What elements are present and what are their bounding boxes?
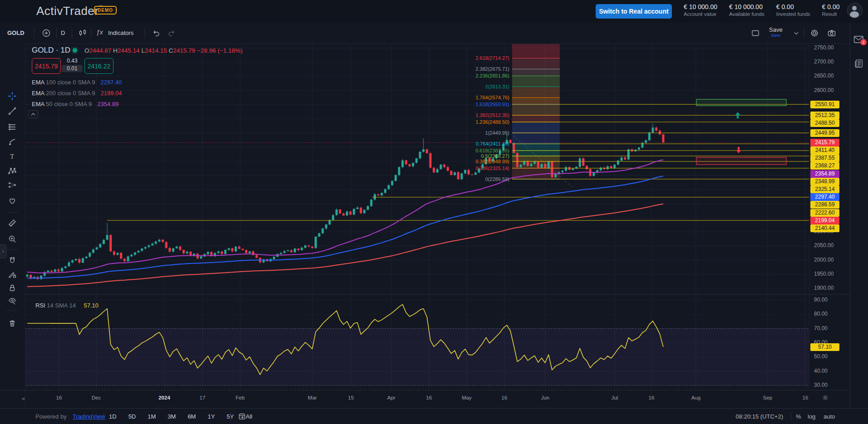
heart-icon (8, 196, 17, 205)
sell-bid-button[interactable]: 2415.79 (32, 58, 61, 74)
clock[interactable]: 08:20:15 (UTC+2) (722, 413, 783, 420)
price-label-2199.04: 2199.04 (810, 217, 839, 224)
newspaper-icon (853, 58, 864, 69)
range-button-3M[interactable]: 3M (168, 413, 176, 420)
range-button-All[interactable]: All (246, 413, 252, 420)
chart-settings-button[interactable] (808, 27, 821, 39)
go-to-date-icon[interactable] (238, 412, 247, 421)
fx-icon: ƒx (96, 29, 103, 36)
redo-button[interactable] (165, 27, 178, 39)
timeframe-button[interactable]: D (61, 29, 65, 36)
fib-label-2: 2(2613.31) (485, 84, 509, 89)
fib-label-0.5: 0.5(2368.27) (481, 153, 509, 159)
buy-ask-button[interactable]: 2416.22 (84, 58, 113, 74)
axis-tick-2600.00: 2600.00 (814, 87, 833, 93)
toolbar-divider (72, 28, 72, 38)
auto-scale-toggle[interactable]: auto (824, 413, 835, 420)
ema-legend-row-50[interactable]: EMA 50 close 0 SMA 92354.89 (32, 101, 118, 107)
layout-templates-button[interactable] (749, 27, 762, 39)
ema-lines (27, 160, 663, 287)
switch-to-real-account-button[interactable]: Switch to Real account (596, 4, 672, 19)
trend-line-tool-button[interactable] (5, 104, 20, 118)
price-label-2325.14: 2325.14 (810, 185, 839, 193)
chart-canvas[interactable] (0, 0, 868, 424)
xabcd-pattern-icon (8, 166, 17, 175)
spread-high: 0.43 (62, 58, 83, 64)
chart-style-button[interactable] (76, 27, 89, 39)
layout-square-icon (751, 29, 760, 38)
ema-legend-row-100[interactable]: EMA 100 close 0 SMA 92297.40 (32, 79, 122, 86)
range-button-1Y[interactable]: 1Y (207, 413, 215, 420)
axis-tick-2750.00: 2750.00 (814, 44, 833, 51)
add-symbol-button[interactable] (40, 27, 53, 39)
fib-label-0.382: 0.382(2348.99) (475, 159, 509, 164)
axis-tick-2050.00: 2050.00 (814, 242, 833, 249)
remove-drawings-button[interactable] (5, 316, 20, 331)
watchlist-expander[interactable]: › (0, 244, 7, 258)
range-button-5D[interactable]: 5D (128, 413, 136, 420)
ohlc-readout: O2444.87 H2445.14 L2414.15 C2415.79 −28.… (84, 47, 242, 54)
range-button-1D[interactable]: 1D (109, 413, 117, 420)
text-tool-button[interactable]: T (5, 149, 20, 164)
fib-label-1.618: 1.618(2550.91) (475, 102, 509, 107)
chevron-down-icon (793, 29, 800, 37)
account-stat-available-funds: € 10 000.00Available funds (729, 3, 764, 17)
time-label-16: 16 (803, 395, 809, 400)
ohlc-key-C: C (168, 47, 173, 54)
percent-scale-toggle[interactable]: % (796, 413, 801, 420)
tradingview-link[interactable]: TradingView (73, 413, 105, 420)
hide-drawings-button[interactable] (5, 293, 20, 308)
price-scale[interactable]: 2750.002700.002650.002600.002100.002050.… (809, 44, 850, 390)
xabcd-pattern-tool-button[interactable] (5, 164, 20, 178)
range-button-6M[interactable]: 6M (187, 413, 196, 420)
time-label-May: May (462, 395, 472, 400)
scroll-to-start-icon[interactable]: « (22, 395, 25, 402)
axis-tick-1950.00: 1950.00 (814, 271, 833, 277)
fib-label-2.618: 2.618(2714.27) (475, 55, 509, 61)
emoji-tool-button[interactable] (5, 194, 20, 208)
price-label-2415.79: 2415.79 (810, 139, 839, 146)
chart-symbol-title[interactable]: GOLD · 1D (32, 46, 70, 55)
indicators-button[interactable]: Indicators (108, 29, 133, 36)
pencil-lock-icon (8, 270, 17, 279)
news-button[interactable] (853, 58, 864, 69)
drawing-mode-lock-button[interactable] (5, 267, 20, 282)
ema-legend-row-200[interactable]: EMA 200 close 0 SMA 92199.04 (32, 90, 122, 97)
price-label-2512.35: 2512.35 (810, 112, 839, 119)
notifications-button[interactable]: 2 (853, 34, 865, 45)
avatar[interactable] (847, 3, 863, 18)
symbol-label[interactable]: GOLD (7, 29, 25, 36)
time-label-2024: 2024 (158, 395, 170, 400)
crosshair-icon (7, 91, 17, 101)
save-menu-button[interactable] (790, 27, 803, 39)
toolbar-divider (6, 249, 18, 250)
brush-tool-button[interactable] (5, 135, 20, 149)
forecast-tool-button[interactable] (5, 178, 20, 192)
fib-label-1: 1(2449.95) (485, 130, 509, 136)
log-scale-toggle[interactable]: log (808, 413, 815, 420)
axis-settings-gear-icon[interactable] (822, 394, 829, 401)
fib-label-1.764: 1.764(2574.76) (475, 95, 509, 100)
crosshair-tool-button[interactable] (5, 89, 20, 103)
toolbar-divider (6, 310, 18, 311)
price-label-2387.55: 2387.55 (810, 154, 839, 162)
gear-icon (810, 29, 819, 38)
range-button-1M[interactable]: 1M (148, 413, 156, 420)
undo-button[interactable] (150, 27, 163, 39)
horizontal-lines-tool-button[interactable] (5, 120, 20, 134)
axis-tick-2650.00: 2650.00 (814, 73, 833, 79)
zoom-in-tool-button[interactable] (5, 232, 20, 246)
time-axis[interactable]: « 16Dec202417FebMar15Apr16May16JunJul16A… (0, 390, 850, 409)
legend-collapse-button[interactable] (28, 110, 38, 118)
axis-tick-1900.00: 1900.00 (814, 285, 833, 291)
price-label-2140.44: 2140.44 (810, 224, 839, 232)
save-button[interactable]: Save Save (769, 26, 783, 38)
axis-tick-70.00: 70.00 (814, 325, 828, 331)
axis-tick-50.00: 50.00 (814, 353, 828, 360)
trash-icon (8, 319, 17, 328)
screenshot-button[interactable] (825, 27, 838, 39)
measure-tool-button[interactable] (5, 216, 20, 230)
magnet-mode-button[interactable] (5, 253, 20, 268)
market-status-dot (73, 48, 77, 53)
ohlc-value-H: 2445.14 (118, 47, 142, 54)
